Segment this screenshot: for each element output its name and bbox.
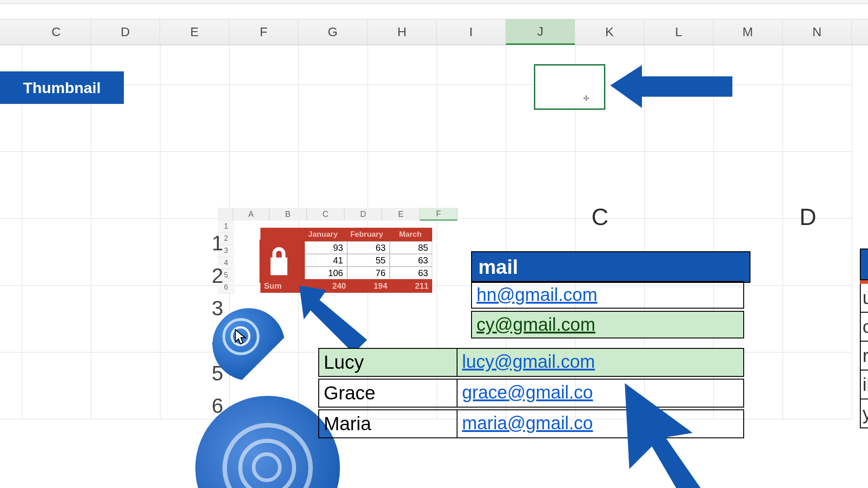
col-l[interactable]: L bbox=[644, 19, 713, 45]
col-g[interactable]: G bbox=[298, 19, 368, 45]
email-row-partial-2[interactable]: cy@gmail.com bbox=[471, 311, 744, 338]
col-k[interactable]: K bbox=[575, 19, 644, 45]
col-j[interactable]: J bbox=[506, 19, 575, 45]
small-col-f: F bbox=[420, 208, 458, 221]
mouse-cursor-icon bbox=[234, 329, 248, 347]
cell-cursor-icon: ✢ bbox=[583, 94, 589, 103]
name-cell: Maria bbox=[319, 410, 458, 437]
arrow-cursor-icon bbox=[616, 374, 733, 488]
locked-month-1: January bbox=[301, 228, 345, 241]
small-col-b: B bbox=[269, 208, 307, 221]
email-row-partial-1[interactable]: hn@gmail.com bbox=[471, 281, 744, 309]
small-col-c: C bbox=[307, 208, 344, 221]
col-h[interactable]: H bbox=[368, 19, 437, 45]
col-i[interactable]: I bbox=[437, 19, 506, 45]
thumbnail-collage: C D A B C D E F 123 456 January February… bbox=[195, 181, 868, 488]
arrow-left-icon bbox=[610, 61, 737, 115]
name-cell: Lucy bbox=[319, 349, 458, 376]
small-grid: A B C D E F 123 456 bbox=[218, 208, 458, 221]
email-column-header: mail bbox=[471, 251, 750, 283]
svg-marker-2 bbox=[625, 383, 706, 488]
svg-marker-1 bbox=[299, 286, 367, 353]
inset-col-d: D bbox=[797, 203, 819, 230]
name-cell: Grace bbox=[319, 380, 458, 407]
email-link[interactable]: lucy@gmail.com bbox=[458, 349, 743, 376]
locked-month-2: February bbox=[345, 228, 389, 241]
locked-month-3: March bbox=[388, 228, 432, 241]
col-m[interactable]: M bbox=[713, 19, 783, 45]
lock-icon bbox=[259, 239, 298, 283]
arrow-to-lock-icon bbox=[295, 281, 376, 358]
col-n[interactable]: N bbox=[783, 19, 852, 45]
selected-cell[interactable] bbox=[534, 64, 605, 110]
thumbnail-header-cell: Thumbnail bbox=[0, 71, 124, 104]
column-headers[interactable]: C D E F G H I J K L M N bbox=[0, 19, 868, 45]
small-col-e: E bbox=[382, 208, 420, 221]
col-e[interactable]: E bbox=[160, 19, 229, 45]
col-d[interactable]: D bbox=[91, 19, 160, 45]
window-chrome bbox=[0, 0, 868, 4]
click-ripple-icon bbox=[212, 308, 285, 380]
email-row-lucy[interactable]: Lucy lucy@gmail.com bbox=[318, 348, 744, 377]
peek-column: ua oru rc il y bbox=[860, 249, 868, 428]
svg-marker-0 bbox=[610, 65, 732, 108]
col-f[interactable]: F bbox=[229, 19, 298, 45]
inset-col-c: C bbox=[589, 203, 611, 230]
col-c[interactable]: C bbox=[22, 19, 91, 45]
small-col-a: A bbox=[233, 208, 269, 221]
small-col-d: D bbox=[344, 208, 382, 221]
